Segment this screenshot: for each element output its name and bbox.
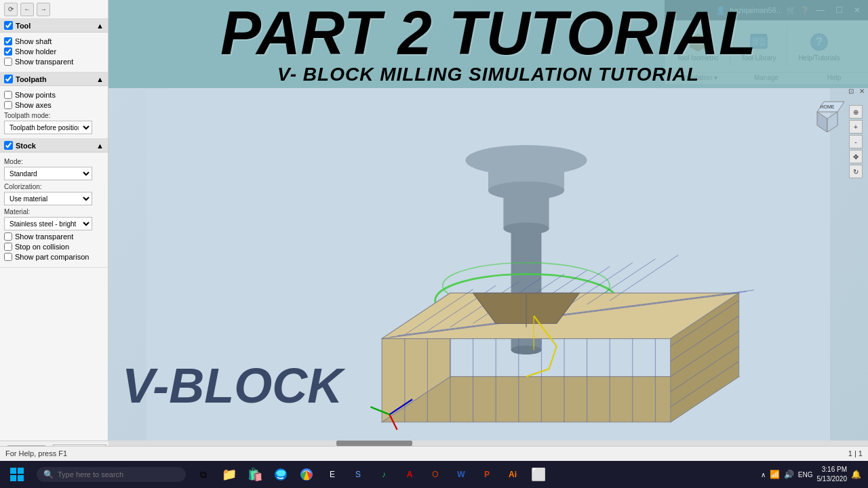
tool-section-header[interactable]: Tool ▲ bbox=[0, 19, 108, 33]
taskbar-apps: ⧉ 📁 🛍️ E S ♪ A O W P Ai ⬜ bbox=[191, 462, 551, 487]
title-part2: PART 2 TUTORIAL bbox=[220, 3, 756, 64]
mode-label: Mode: bbox=[4, 158, 104, 165]
spotify-btn[interactable]: ♪ bbox=[372, 462, 396, 487]
rotate-btn[interactable]: ↻ bbox=[849, 165, 863, 178]
start-button[interactable] bbox=[0, 461, 34, 488]
scrollbar-thumb[interactable] bbox=[336, 441, 412, 446]
epic-btn[interactable]: E bbox=[320, 462, 344, 487]
show-part-comparison-checkbox[interactable] bbox=[4, 253, 12, 261]
help-text: For Help, press F1 bbox=[5, 449, 67, 458]
refresh-btn[interactable]: ⟳ bbox=[4, 3, 18, 16]
powerpoint-btn[interactable]: P bbox=[475, 462, 499, 487]
right-toolbar: ⊕ + - ✥ ↻ bbox=[849, 105, 863, 178]
show-axes-row: Show axes bbox=[4, 101, 104, 109]
tool-section-collapse[interactable]: ▲ bbox=[96, 22, 104, 30]
show-shaft-checkbox[interactable] bbox=[4, 37, 12, 45]
colorization-label: Colorization: bbox=[4, 183, 104, 190]
app13-btn[interactable]: ⬜ bbox=[526, 462, 551, 487]
help-bar: For Help, press F1 1 | 1 bbox=[0, 446, 868, 460]
show-transparent-checkbox[interactable] bbox=[4, 58, 12, 66]
mode-select[interactable]: Standard Fast Precise bbox=[4, 167, 92, 180]
svg-marker-51 bbox=[817, 112, 827, 132]
taskbar-search-input[interactable] bbox=[58, 470, 166, 479]
show-transparent-stock-row: Show transparent bbox=[4, 232, 104, 241]
notification-btn[interactable]: 🔔 bbox=[851, 470, 861, 479]
toolpath-mode-select[interactable]: Toolpath before position Toolpath after … bbox=[4, 121, 92, 134]
vblock-watermark: V-BLOCK bbox=[122, 358, 342, 413]
edge-btn[interactable] bbox=[269, 462, 293, 487]
material-select[interactable]: Stainless steel - bright Aluminum Steel bbox=[4, 217, 92, 230]
office-btn[interactable]: O bbox=[423, 462, 448, 487]
show-transparent-stock-checkbox[interactable] bbox=[4, 232, 12, 241]
taskbar: 🔍 ⧉ 📁 🛍️ E S ♪ A O W bbox=[0, 461, 868, 488]
stop-on-collision-row: Stop on collision bbox=[4, 243, 104, 251]
show-part-comparison-label: Show part comparison bbox=[15, 253, 89, 261]
svg-rect-68 bbox=[18, 475, 24, 481]
show-transparent-label: Show transparent bbox=[15, 58, 73, 66]
page-indicator: 1 | 1 bbox=[848, 449, 863, 458]
date-display: 5/13/2020 bbox=[817, 474, 848, 484]
steam-btn[interactable]: S bbox=[346, 462, 370, 487]
volume-icon[interactable]: 🔊 bbox=[784, 470, 794, 479]
stock-section-content: Mode: Standard Fast Precise Colorization… bbox=[0, 152, 108, 268]
show-holder-label: Show holder bbox=[15, 47, 56, 56]
svg-rect-65 bbox=[10, 468, 16, 474]
svg-rect-66 bbox=[18, 468, 24, 474]
zoom-in-btn[interactable]: + bbox=[849, 120, 863, 134]
store-btn[interactable]: 🛍️ bbox=[243, 462, 267, 487]
chevron-up-icon[interactable]: ∧ bbox=[761, 471, 766, 479]
zoom-out-btn[interactable]: - bbox=[849, 135, 863, 148]
panel-resize-1[interactable]: ⊡ bbox=[846, 87, 856, 96]
resize-handles: ⊡ ✕ bbox=[665, 85, 868, 97]
tool-section-label: Tool bbox=[16, 22, 31, 30]
toolpath-section-checkbox[interactable] bbox=[4, 75, 13, 83]
stock-section-checkbox[interactable] bbox=[4, 141, 13, 150]
panel-toolbar: ⟳ ← → bbox=[0, 0, 108, 19]
time-display: 3:16 PM bbox=[817, 465, 848, 474]
toolpath-section-label: Toolpath bbox=[16, 75, 47, 83]
stock-section-collapse[interactable]: ▲ bbox=[96, 142, 104, 150]
stop-on-collision-label: Stop on collision bbox=[15, 243, 69, 251]
autocad-btn[interactable]: A bbox=[397, 462, 422, 487]
toolpath-mode-label: Toolpath mode: bbox=[4, 112, 104, 119]
clock[interactable]: 3:16 PM 5/13/2020 bbox=[817, 465, 848, 484]
title-subtitle: V- BLOCK MILLING SIMULATION TUTORIAL bbox=[277, 64, 699, 85]
network-icon[interactable]: 📶 bbox=[770, 470, 780, 479]
back-btn[interactable]: ← bbox=[20, 3, 34, 16]
show-points-checkbox[interactable] bbox=[4, 91, 12, 99]
toolpath-section-collapse[interactable]: ▲ bbox=[96, 75, 104, 83]
show-transparent-stock-label: Show transparent bbox=[15, 232, 73, 241]
tool-section-checkbox[interactable] bbox=[4, 21, 13, 30]
language-indicator: ENG bbox=[798, 471, 813, 479]
material-label: Material: bbox=[4, 208, 104, 216]
taskview-btn[interactable]: ⧉ bbox=[191, 462, 216, 487]
word-btn[interactable]: W bbox=[449, 462, 473, 487]
nav-cube[interactable]: HOME bbox=[807, 92, 848, 132]
show-part-comparison-row: Show part comparison bbox=[4, 253, 104, 261]
svg-rect-67 bbox=[10, 475, 16, 481]
illustrator-btn[interactable]: Ai bbox=[500, 462, 525, 487]
svg-marker-52 bbox=[827, 112, 837, 132]
zoom-fit-btn[interactable]: ⊕ bbox=[849, 105, 863, 119]
show-holder-checkbox[interactable] bbox=[4, 47, 12, 56]
stock-section-header[interactable]: Stock ▲ bbox=[0, 139, 108, 152]
show-axes-checkbox[interactable] bbox=[4, 101, 12, 109]
toolpath-section-content: Show points Show axes Toolpath mode: Too… bbox=[0, 86, 108, 139]
tool-section-content: Show shaft Show holder Show transparent bbox=[0, 33, 108, 73]
canvas-scrollbar[interactable] bbox=[108, 441, 868, 446]
panel-resize-2[interactable]: ✕ bbox=[857, 87, 867, 96]
show-shaft-row: Show shaft bbox=[4, 37, 104, 45]
colorization-select[interactable]: Use material Collision Compare bbox=[4, 192, 92, 205]
svg-text:HOME: HOME bbox=[821, 104, 835, 109]
forward-btn[interactable]: → bbox=[37, 3, 50, 16]
toolpath-section-header[interactable]: Toolpath ▲ bbox=[0, 73, 108, 86]
taskbar-search-box[interactable]: 🔍 bbox=[37, 467, 186, 482]
pan-btn[interactable]: ✥ bbox=[849, 150, 863, 163]
show-shaft-label: Show shaft bbox=[15, 37, 52, 45]
chrome-btn[interactable] bbox=[294, 462, 319, 487]
main-canvas[interactable]: PART 2 TUTORIAL V- BLOCK MILLING SIMULAT… bbox=[108, 0, 868, 468]
file-explorer-btn[interactable]: 📁 bbox=[217, 462, 241, 487]
taskbar-right: ∧ 📶 🔊 ENG 3:16 PM 5/13/2020 🔔 bbox=[761, 465, 868, 484]
left-panel: ⟳ ← → Tool ▲ Show shaft Show holder Show… bbox=[0, 0, 108, 468]
stop-on-collision-checkbox[interactable] bbox=[4, 243, 12, 251]
